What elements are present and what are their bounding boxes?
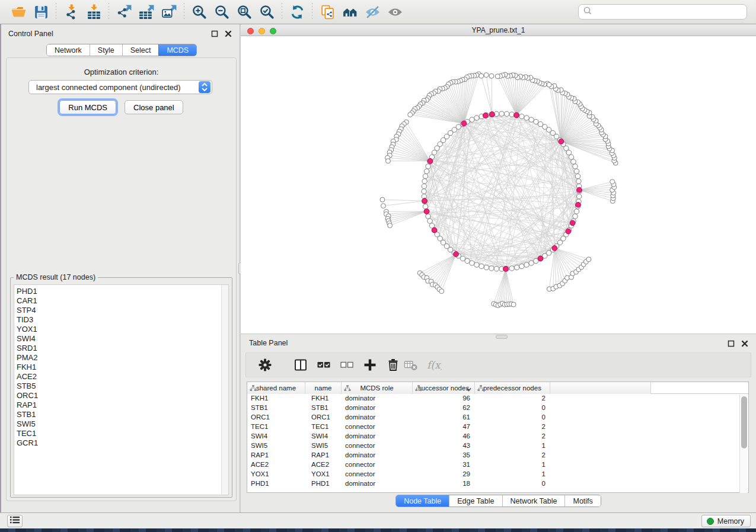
table-row[interactable]: YOX1YOX1connector291 [247,470,748,479]
table-row[interactable]: ACE2ACE2connector311 [247,460,748,470]
mcds-result-item[interactable]: STP4 [17,306,228,315]
float-table-panel-icon[interactable] [726,339,735,348]
table-cell[interactable]: ACE2 [305,460,342,470]
first-neighbors-button[interactable] [339,2,361,22]
import-table-button[interactable] [82,2,105,22]
column-header-successor-nodes[interactable]: successor nodes [413,382,475,394]
float-panel-icon[interactable] [210,29,219,38]
table-cell[interactable]: ORC1 [305,413,342,422]
mcds-result-item[interactable]: TEC1 [17,429,228,438]
table-cell[interactable]: ORC1 [247,413,305,422]
table-cell[interactable]: SWI5 [305,441,342,451]
tab-network[interactable]: Network [47,44,90,56]
import-network-button[interactable] [60,2,82,22]
search-box[interactable] [578,4,747,20]
column-header-shared-name[interactable]: shared name [247,382,305,394]
column-header-name[interactable]: name [305,382,342,394]
tab-node-table[interactable]: Node Table [396,495,449,507]
zoom-out-button[interactable] [210,2,233,22]
table-cell[interactable]: 0 [475,413,550,422]
table-cell[interactable]: STB1 [247,403,305,413]
table-row[interactable]: TEC1TEC1connector472 [247,422,748,432]
mcds-result-item[interactable]: PHD1 [17,287,228,296]
table-cell[interactable]: 35 [413,451,475,460]
memory-button[interactable]: Memory [701,515,751,527]
table-row[interactable]: STB1STB1dominator620 [247,403,748,413]
table-row[interactable]: FKH1FKH1dominator962 [247,394,748,403]
table-cell[interactable]: 2 [475,432,550,441]
table-cell[interactable]: 2 [475,394,550,403]
mcds-list-scrollbar[interactable] [221,285,228,495]
network-canvas[interactable] [241,36,756,334]
mcds-result-item[interactable]: PMA2 [17,353,228,363]
table-cell[interactable]: TEC1 [247,422,305,432]
table-cell[interactable]: FKH1 [247,394,305,403]
tab-select[interactable]: Select [122,44,159,56]
table-cell[interactable]: dominator [342,413,413,422]
tab-network-table[interactable]: Network Table [502,495,565,507]
table-cell[interactable]: dominator [342,394,413,403]
table-row[interactable]: SWI5SWI5connector431 [247,441,748,451]
apply-function-button[interactable]: f(x) [425,356,443,374]
table-cell[interactable]: 18 [413,479,475,489]
mcds-result-item[interactable]: RAP1 [17,400,228,410]
deselect-all-checks-button[interactable] [338,356,356,374]
zoom-in-button[interactable] [188,2,210,22]
table-row[interactable]: SWI4SWI4dominator462 [247,432,748,441]
zoom-fit-button[interactable] [233,2,256,22]
table-cell[interactable]: 2 [475,422,550,432]
table-scrollbar-thumb[interactable] [741,396,747,448]
table-cell[interactable]: ACE2 [247,460,305,470]
zoom-selected-button[interactable] [256,2,278,22]
table-cell[interactable]: TEC1 [305,422,342,432]
close-panel-icon[interactable] [224,29,232,38]
column-header-predecessor-nodes[interactable]: predecessor nodes [475,382,550,394]
mcds-result-item[interactable]: FKH1 [17,363,228,372]
table-cell[interactable]: dominator [342,403,413,413]
table-cell[interactable]: dominator [342,432,413,441]
add-column-button[interactable] [361,356,379,374]
export-image-button[interactable] [158,2,180,22]
table-cell[interactable]: SWI4 [247,432,305,441]
mcds-result-item[interactable]: YOX1 [17,325,228,334]
table-cell[interactable]: PHD1 [247,479,305,489]
table-cell[interactable]: PHD1 [305,479,342,489]
table-cell[interactable]: FKH1 [305,394,342,403]
table-cell[interactable]: 47 [413,422,475,432]
table-cell[interactable]: 96 [413,394,475,403]
mcds-result-item[interactable]: ACE2 [17,372,228,382]
show-columns-button[interactable] [292,356,310,374]
refresh-layout-button[interactable] [286,2,308,22]
mcds-result-item[interactable]: STB1 [17,410,228,419]
table-row[interactable]: PHD1PHD1dominator180 [247,479,748,489]
table-cell[interactable]: 62 [413,403,475,413]
mcds-result-item[interactable]: SWI4 [17,334,228,344]
open-file-button[interactable] [7,2,30,22]
mcds-result-item[interactable]: SWI5 [17,419,228,429]
delete-column-button[interactable] [384,356,402,374]
tab-edge-table[interactable]: Edge Table [449,495,502,507]
export-table-button[interactable] [135,2,158,22]
mcds-result-item[interactable]: CAR1 [17,296,228,306]
table-cell[interactable]: RAP1 [247,451,305,460]
table-cell[interactable]: connector [342,422,413,432]
table-cell[interactable]: 31 [413,460,475,470]
table-cell[interactable]: dominator [342,479,413,489]
mcds-result-list[interactable]: PHD1CAR1STP4TID3YOX1SWI4SRD1PMA2FKH1ACE2… [14,284,229,495]
table-cell[interactable]: SWI5 [247,441,305,451]
table-row[interactable]: RAP1RAP1dominator352 [247,451,748,460]
table-scrollbar[interactable] [739,395,748,493]
mcds-result-item[interactable]: STB5 [17,382,228,391]
table-cell[interactable]: SWI4 [305,432,342,441]
tab-mcds[interactable]: MCDS [158,44,196,56]
table-cell[interactable]: dominator [342,451,413,460]
tab-style[interactable]: Style [90,44,122,56]
duplicate-network-button[interactable] [316,2,339,22]
table-cell[interactable]: 43 [413,441,475,451]
table-cell[interactable]: STB1 [305,403,342,413]
search-input[interactable] [592,6,747,18]
table-row[interactable]: ORC1ORC1dominator610 [247,413,748,422]
task-history-button[interactable] [7,515,23,527]
mcds-result-item[interactable]: SRD1 [17,344,228,353]
table-cell[interactable]: 1 [475,460,550,470]
